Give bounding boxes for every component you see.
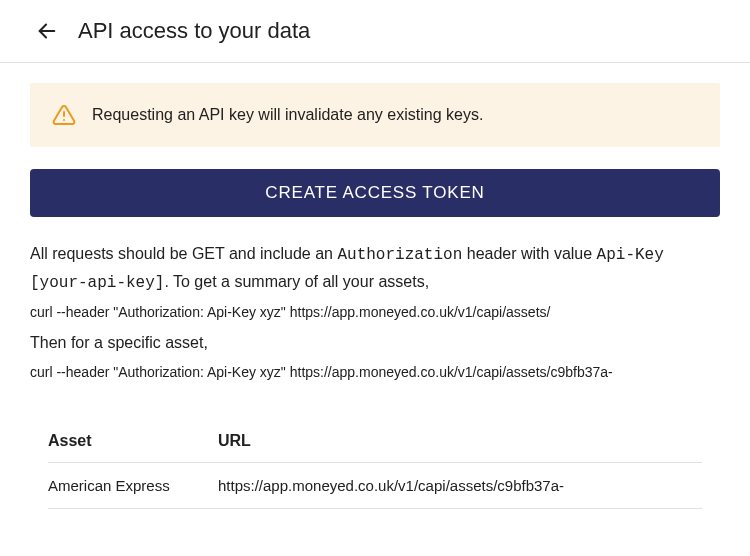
instructions-part3: . To get a summary of all your assets, <box>164 273 429 290</box>
content-area: Requesting an API key will invalidate an… <box>0 63 750 509</box>
curl-example-1: curl --header "Authorization: Api-Key xy… <box>30 304 720 320</box>
table-header-asset: Asset <box>48 422 218 463</box>
assets-table: Asset URL American Express https://app.m… <box>48 422 702 509</box>
instructions-part1: All requests should be GET and include a… <box>30 245 337 262</box>
instructions-text: All requests should be GET and include a… <box>30 241 720 296</box>
assets-table-wrap: Asset URL American Express https://app.m… <box>30 422 720 509</box>
table-cell-url: https://app.moneyed.co.uk/v1/capi/assets… <box>218 462 702 508</box>
warning-alert: Requesting an API key will invalidate an… <box>30 83 720 147</box>
instructions-part2: header with value <box>462 245 596 262</box>
warning-triangle-icon <box>52 103 76 127</box>
table-header-url: URL <box>218 422 702 463</box>
curl-example-2: curl --header "Authorization: Api-Key xy… <box>30 364 720 380</box>
page-title: API access to your data <box>78 18 310 44</box>
then-text: Then for a specific asset, <box>30 330 720 356</box>
page-header: API access to your data <box>0 0 750 63</box>
warning-text: Requesting an API key will invalidate an… <box>92 106 483 124</box>
table-row: American Express https://app.moneyed.co.… <box>48 462 702 508</box>
create-access-token-button[interactable]: CREATE ACCESS TOKEN <box>30 169 720 217</box>
code-authorization: Authorization <box>337 246 462 264</box>
back-arrow-icon[interactable] <box>36 20 58 42</box>
table-cell-asset: American Express <box>48 462 218 508</box>
